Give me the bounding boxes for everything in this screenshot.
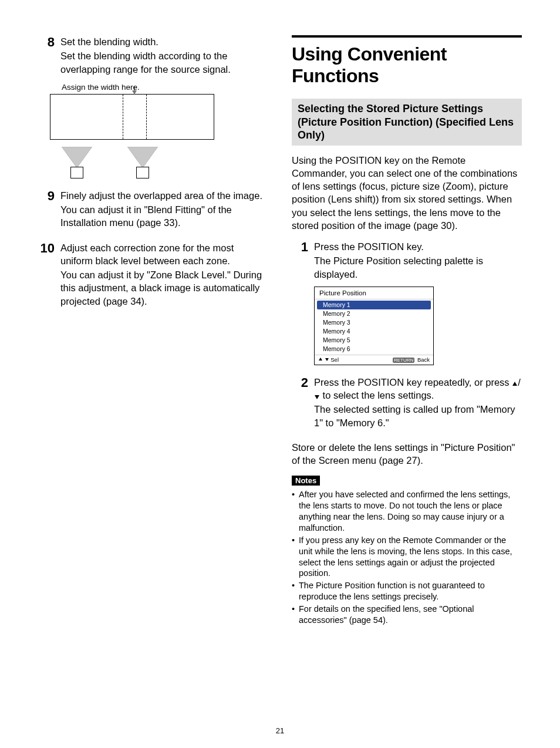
step-sub: Set the blending width according to the …: [60, 49, 268, 76]
left-column: 8 Set the blending width. Set the blendi…: [38, 35, 268, 725]
blending-diagram: [50, 94, 268, 140]
arrow-down-icon: [325, 357, 329, 362]
step-lead: Press the POSITION key.: [314, 240, 522, 253]
main-heading: Using Convenient Functions: [292, 43, 522, 87]
step-sub: The Picture Position selecting palette i…: [314, 254, 522, 281]
step-lead: Adjust each correction zone for the most…: [60, 241, 268, 268]
projector-cone-icon: [127, 147, 158, 168]
palette-item-selected[interactable]: Memory 1: [317, 301, 431, 309]
projector-diagram: [62, 147, 268, 178]
note-item: For details on the specified lens, see "…: [292, 604, 522, 626]
note-item: The Picture Position function is not gua…: [292, 580, 522, 602]
step-number: 9: [38, 189, 55, 203]
palette-item[interactable]: Memory 2: [315, 309, 433, 318]
step-number: 10: [38, 241, 55, 255]
step-lead: Press the POSITION key repeatedly, or pr…: [314, 376, 522, 402]
right-step-2: 2 Press the POSITION key repeatedly, or …: [292, 376, 522, 429]
step-number: 2: [292, 376, 308, 390]
page-number: 21: [0, 726, 560, 735]
step-sub: The selected setting is called up from "…: [314, 403, 522, 429]
step-10: 10 Adjust each correction zone for the m…: [38, 241, 268, 308]
projector-cone-icon: [62, 147, 92, 168]
palette-item[interactable]: Memory 3: [315, 318, 433, 327]
svg-marker-7: [315, 395, 319, 399]
return-badge: RETURN: [393, 358, 414, 363]
back-label: Back: [417, 356, 430, 363]
svg-marker-3: [127, 147, 158, 168]
step-number: 8: [38, 35, 55, 49]
palette-item[interactable]: Memory 6: [315, 345, 433, 353]
palette-sel-label: Sel: [330, 356, 339, 363]
right-step-1: 1 Press the POSITION key. The Picture Po…: [292, 240, 522, 281]
note-item: If you press any key on the Remote Comma…: [292, 535, 522, 579]
step-lead: Set the blending width.: [60, 35, 268, 48]
diagram-label: Assign the width here.: [62, 83, 268, 92]
sub-heading: Selecting the Stored Picture Settings (P…: [292, 99, 522, 146]
step-number: 1: [292, 240, 308, 254]
section-rule: [292, 35, 522, 38]
store-delete-note: Store or delete the lens settings in "Pi…: [292, 441, 522, 467]
svg-marker-2: [62, 147, 92, 168]
arrow-up-icon: [512, 381, 518, 387]
step-sub: You can adjust it by "Zone Black Level."…: [60, 268, 268, 308]
svg-marker-6: [512, 382, 517, 386]
palette-footer-right: RETURN Back: [393, 356, 430, 363]
arrow-down-icon: [314, 394, 320, 400]
step-8: 8 Set the blending width. Set the blendi…: [38, 35, 268, 76]
step-9: 9 Finely adjust the overlapped area of t…: [38, 189, 268, 230]
svg-marker-1: [132, 90, 137, 95]
palette-item[interactable]: Memory 5: [315, 336, 433, 345]
notes-list: After you have selected and confirmed th…: [292, 489, 522, 625]
svg-marker-4: [319, 358, 322, 360]
palette-item[interactable]: Memory 4: [315, 327, 433, 336]
svg-marker-5: [325, 358, 329, 361]
projector-box-icon: [136, 167, 149, 178]
palette-footer-left: Sel: [318, 356, 339, 363]
palette-title: Picture Position: [315, 287, 433, 299]
notes-label: Notes: [292, 476, 320, 486]
step-lead-prefix: Press the POSITION key repeatedly, or pr…: [314, 377, 512, 388]
projector-box-icon: [70, 167, 83, 178]
picture-position-palette: Picture Position Memory 1 Memory 2 Memor…: [314, 287, 434, 365]
intro-paragraph: Using the POSITION key on the Remote Com…: [292, 154, 522, 233]
arrow-up-icon: [318, 357, 323, 362]
step-sub: You can adjust it in "Blend Fitting" of …: [60, 203, 268, 230]
step-lead: Finely adjust the overlapped area of the…: [60, 189, 268, 202]
width-marker-icon: [131, 86, 137, 95]
note-item: After you have selected and confirmed th…: [292, 489, 522, 533]
step-lead-suffix: to select the lens settings.: [320, 390, 434, 400]
right-column: Using Convenient Functions Selecting the…: [292, 35, 522, 725]
